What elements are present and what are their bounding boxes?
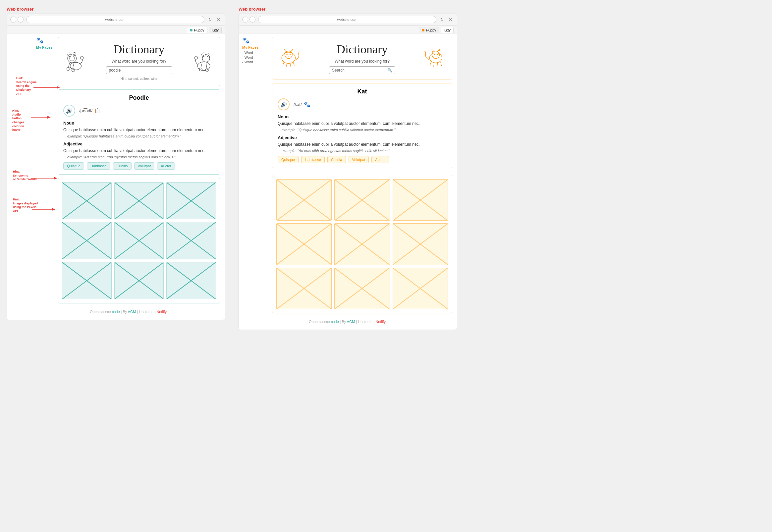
left-search-hint: Hint: sunset, coffee, wine bbox=[121, 77, 158, 80]
right-footer-code-link[interactable]: code bbox=[331, 320, 339, 324]
left-forward-button[interactable]: → bbox=[18, 17, 24, 23]
right-close-button[interactable]: ✕ bbox=[448, 17, 454, 23]
right-img-6-x bbox=[277, 268, 331, 309]
left-adj-example: example: "Ad cras nibh urna egestas metu… bbox=[67, 155, 215, 159]
right-footer-acm-link[interactable]: ACM bbox=[347, 320, 355, 324]
right-footer-netlify-link[interactable]: Netlify bbox=[375, 320, 386, 324]
right-word-header: 🔊 /kat/ 🐾 bbox=[278, 98, 447, 110]
right-syn-3[interactable]: Volutpat bbox=[349, 156, 369, 163]
right-img-3 bbox=[276, 223, 332, 265]
right-img-5 bbox=[393, 223, 448, 265]
right-sidebar-word-1[interactable]: - Word bbox=[242, 55, 269, 59]
svg-line-59 bbox=[430, 61, 431, 66]
right-url-bar[interactable]: website.com bbox=[258, 16, 436, 23]
right-search-center: Dictionary What word are you looking for… bbox=[306, 42, 418, 74]
right-search-input[interactable] bbox=[332, 68, 386, 73]
svg-point-55 bbox=[429, 53, 442, 63]
left-page-content: Hint:Search engineusing theDictionaryAPI… bbox=[7, 33, 225, 320]
svg-line-25 bbox=[206, 63, 207, 69]
left-syn-1[interactable]: Habitasse bbox=[87, 162, 110, 170]
right-img-5-x bbox=[393, 224, 448, 265]
left-tab-puppy-label: Puppy bbox=[194, 28, 204, 32]
left-close-button[interactable]: ✕ bbox=[216, 17, 222, 23]
svg-marker-48 bbox=[290, 49, 293, 52]
right-pos-noun: Noun Quisque habitasse enim cubilia volu… bbox=[278, 114, 447, 132]
left-hint-audio: Hint:Audiobuttonchangescolor onhover bbox=[12, 109, 25, 132]
right-paw-fave-icon[interactable]: 🐾 bbox=[304, 101, 310, 108]
right-sidebar-word-0[interactable]: - Word bbox=[242, 51, 269, 55]
right-adj-example: example: "Ad cras nibh urna egestas metu… bbox=[282, 149, 447, 153]
right-back-button[interactable]: ← bbox=[242, 17, 248, 23]
left-syn-0[interactable]: Quisque bbox=[63, 162, 84, 170]
left-hint-synonyms: Hint:Synonymsor Similar Words bbox=[13, 170, 37, 182]
right-footer-by: | By bbox=[340, 320, 347, 324]
left-search-input[interactable] bbox=[109, 68, 169, 73]
left-back-button[interactable]: ← bbox=[10, 17, 16, 23]
right-syn-1[interactable]: Habitasse bbox=[301, 156, 325, 163]
left-refresh-button[interactable]: ↻ bbox=[207, 17, 213, 23]
right-tab-kitty[interactable]: Kitty bbox=[441, 27, 454, 33]
left-syn-3[interactable]: Volutpat bbox=[134, 162, 155, 170]
left-content-layout: 🐾 My Faves bbox=[36, 37, 220, 303]
right-audio-button[interactable]: 🔊 bbox=[278, 98, 290, 110]
left-footer-code-link[interactable]: code bbox=[112, 310, 120, 314]
left-url-bar[interactable]: website.com bbox=[26, 16, 204, 23]
right-tab-puppy[interactable]: Puppy bbox=[419, 27, 439, 33]
left-tab-kitty[interactable]: Kitty bbox=[209, 27, 222, 33]
left-syn-4[interactable]: Auctor bbox=[157, 162, 175, 170]
right-syn-2[interactable]: Cubilia bbox=[327, 156, 346, 163]
left-adj-label: Adjective bbox=[63, 141, 215, 146]
left-img-6-x bbox=[62, 262, 111, 299]
right-forward-button[interactable]: → bbox=[249, 17, 255, 23]
svg-point-9 bbox=[70, 56, 75, 61]
left-browser-panel: ← → website.com ↻ ✕ Puppy Kitty Hint:Sea… bbox=[7, 14, 225, 320]
left-sidebar-myfaves[interactable]: My Faves bbox=[36, 45, 54, 49]
right-footer-hosted: | Hosted on bbox=[356, 320, 375, 324]
left-dog-right bbox=[190, 49, 215, 74]
left-img-4 bbox=[114, 222, 164, 259]
right-sidebar-word-2[interactable]: - Word bbox=[242, 60, 269, 64]
right-sidebar-paw-icon: 🐾 bbox=[242, 37, 269, 44]
right-syn-4[interactable]: Auctor bbox=[371, 156, 389, 163]
svg-line-62 bbox=[440, 61, 442, 66]
left-tab-kitty-label: Kitty bbox=[212, 28, 219, 32]
right-search-input-wrap[interactable]: 🔍 bbox=[329, 66, 395, 74]
svg-point-10 bbox=[70, 62, 82, 70]
left-img-4-x bbox=[115, 222, 164, 259]
left-word-section: Poodle 🔊 /po͞odl/ 📋 Noun Quisque habitas… bbox=[58, 89, 220, 175]
left-footer-hosted: | Hosted on bbox=[137, 310, 156, 314]
left-word-title: Poodle bbox=[63, 94, 215, 101]
left-footer-acm-link[interactable]: ACM bbox=[128, 310, 136, 314]
left-copy-icon[interactable]: 📋 bbox=[94, 108, 100, 113]
left-img-2-x bbox=[167, 183, 216, 219]
svg-point-63 bbox=[434, 54, 435, 55]
left-tab-puppy[interactable]: Puppy bbox=[187, 27, 207, 33]
left-footer-netlify-link[interactable]: Netlify bbox=[156, 310, 167, 314]
right-syn-0[interactable]: Quisque bbox=[278, 156, 299, 163]
svg-marker-3 bbox=[47, 116, 51, 119]
left-browser-chrome: ← → website.com ↻ ✕ bbox=[7, 14, 225, 26]
left-hint-search: Hint:Search engineusing theDictionaryAPI bbox=[16, 77, 37, 96]
right-adj-label: Adjective bbox=[278, 135, 447, 140]
left-img-3 bbox=[62, 222, 112, 259]
left-hint-audio-arrow bbox=[31, 115, 51, 120]
right-img-0 bbox=[276, 179, 332, 221]
right-search-icon: 🔍 bbox=[387, 68, 392, 73]
right-img-6 bbox=[276, 268, 332, 309]
right-main-content: Dictionary What word are you looking for… bbox=[272, 37, 452, 313]
left-search-input-wrap[interactable] bbox=[106, 66, 172, 74]
left-img-2 bbox=[166, 182, 216, 219]
right-search-section: Dictionary What word are you looking for… bbox=[272, 37, 452, 80]
left-dog-svg bbox=[63, 49, 88, 74]
right-sidebar-myfaves[interactable]: My Faves bbox=[242, 45, 269, 49]
left-syn-2[interactable]: Cubilia bbox=[113, 162, 132, 170]
left-pos-noun: Noun Quisque habitasse enim cubilia volu… bbox=[63, 121, 215, 138]
right-phonetic: /kat/ bbox=[294, 102, 302, 107]
left-audio-button[interactable]: 🔊 bbox=[63, 105, 75, 117]
right-refresh-button[interactable]: ↻ bbox=[439, 17, 445, 23]
right-img-1-x bbox=[335, 180, 389, 221]
right-cat-svg bbox=[278, 46, 303, 71]
left-search-subtitle: What word are you looking for? bbox=[111, 59, 166, 64]
right-img-7-x bbox=[335, 268, 389, 309]
svg-point-54 bbox=[290, 54, 291, 55]
